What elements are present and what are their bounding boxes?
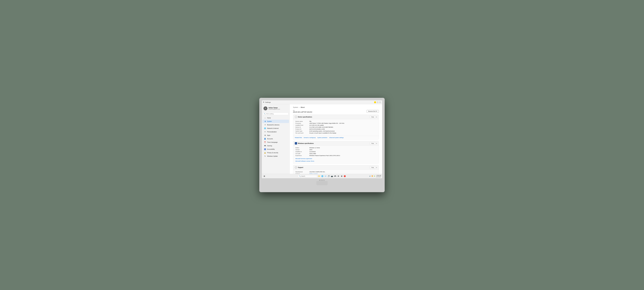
taskbar-left: ⊞ [263,175,266,178]
sidebar-item-accessibility[interactable]: ♿ Accessibility [262,148,289,151]
user-info: Adrian Tamps adriantino@yahoo.com [268,107,288,110]
sidebar-item-time[interactable]: ⏰ Time & language [262,141,289,144]
taskbar-search[interactable]: 🔍 Search [298,175,318,177]
windows-specs-copy-button[interactable]: Copy [370,142,375,144]
device-specs-copy-button[interactable]: Copy [370,116,375,118]
taskbar-wifi-icon[interactable]: 📶 [372,176,373,177]
windows-specs-card: ⊞ Windows specifications Copy ∧ Edition [293,141,379,164]
spec-label: Device ID [296,126,309,128]
spec-row: System type 64-bit operating system, x64… [296,130,376,132]
monitor-stand [316,181,328,185]
spec-label: Product ID [296,128,309,130]
sidebar-item-system[interactable]: 🖥 System [262,120,289,123]
spec-label: Edition [296,147,309,148]
sidebar-item-windows-update[interactable]: ↻ Windows Update [262,154,289,158]
spec-value: 64-bit operating system, x64-based proce… [309,130,376,132]
windows-specs-icon: ⊞ [295,142,297,144]
spec-row: Device ID CA17282-A475-458E-AC20-086F7BE… [296,126,376,128]
taskbar-music-icon[interactable]: 🎵 [328,175,330,178]
sidebar-item-accounts[interactable]: 👤 Accounts [262,137,289,140]
sidebar-item-label-apps: Apps [267,135,270,136]
spec-value: CA17282-A475-458E-AC20-086F7BE0981 [309,126,376,128]
support-chevron[interactable]: ∧ [376,167,377,168]
taskbar-red-icon[interactable]: 🔴 [344,175,346,178]
clock-date: 12/4/2024 [376,176,381,177]
spec-row: Manufacturer ASUSTeK COMPUTER INC. [296,171,376,173]
sidebar-nav: ⌂ Home 🖥 System ✦ Bluetooth & devices [262,116,290,158]
sidebar-item-label-system: System [267,121,272,122]
sidebar-item-privacy[interactable]: 🔒 Privacy & security [262,151,289,154]
taskbar-settings-icon[interactable]: ⚙ [337,175,340,178]
spec-row: Pen and touch No pen or touch input is a… [296,132,376,134]
sidebar-item-bluetooth[interactable]: ✦ Bluetooth & devices [262,123,289,126]
title-bar-controls[interactable] [374,101,381,103]
sidebar-item-label-time: Time & language [267,142,278,143]
breadcrumb-parent: System [293,106,298,108]
spec-row: Product ID 00376-30736-80486-AA559 [296,128,376,130]
spec-label: Pen and touch [296,132,309,134]
spec-row: Experience Windows Feature Experience Pa… [296,155,376,156]
taskbar-mail-icon[interactable]: 📧 [324,175,327,178]
sidebar-item-label-privacy: Privacy & security [267,152,278,153]
breadcrumb-separator: › [299,106,300,108]
maximize-button[interactable] [376,101,378,103]
taskbar-games-icon[interactable]: 🎮 [334,175,336,178]
monitor-screen: ⚙ Settings A [262,100,382,178]
sidebar-item-gaming[interactable]: 🎮 Gaming [262,144,289,147]
spec-value: Windows Feature Experience Pack 1000.227… [309,155,376,156]
breadcrumb-current: About [300,106,304,108]
time-date[interactable]: 2:50 AM 12/4/2024 [376,175,381,177]
spec-row: Device name Flip [296,121,376,122]
window-title: Settings [265,101,271,103]
minimize-button[interactable] [374,101,376,103]
spec-value: 11/14/2023 [309,151,376,152]
taskbar-explorer-icon[interactable]: 📁 [318,175,320,178]
sidebar-item-label-accessibility: Accessibility [267,148,275,150]
search-input[interactable] [266,113,288,114]
device-specs-chevron[interactable]: ∧ [376,116,377,118]
support-copy-button[interactable]: Copy [370,166,375,169]
windows-specs-title: Windows specifications [298,143,314,144]
rename-pc-button[interactable]: Rename this PC [366,110,379,113]
sidebar-item-network[interactable]: 🌐 Network & internet [262,127,289,130]
user-email: adriantino@yahoo.com [268,109,288,110]
taskbar-display-icon[interactable]: 🖥 [340,175,343,178]
device-specs-header: i Device specifications Copy ∧ [293,115,379,119]
ms-license-terms-link[interactable]: Microsoft Software License Terms [296,160,314,162]
spec-value: Flip [309,121,376,122]
sidebar-item-label-accounts: Accounts [267,138,273,140]
start-icon: ⊞ [264,175,265,177]
sidebar-item-home[interactable]: ⌂ Home [262,116,289,120]
taskbar-search-icon: 🔍 [299,176,301,177]
windows-container: ⚙ Settings A [262,100,382,178]
domain-workgroup-link[interactable]: Domain or workgroup [304,137,316,138]
sidebar-item-personalization[interactable]: ✏ Personalization [262,130,289,133]
taskbar-search-label: Search [301,176,305,177]
taskbar-edge-icon[interactable]: 🌐 [321,175,324,178]
support-header-left: ? Support [295,166,303,169]
time-icon: ⏰ [264,141,266,143]
system-protection-link[interactable]: System protection [318,137,328,138]
spec-label: Processor [296,123,309,124]
windows-specs-header-left: ⊞ Windows specifications [295,142,314,144]
title-bar-left: ⚙ Settings [263,101,271,103]
search-bar[interactable]: 🔍 [263,113,288,115]
windows-specs-header: ⊞ Windows specifications Copy ∧ [293,141,379,146]
ms-services-agreement-link[interactable]: Microsoft Services Agreement [296,158,312,159]
taskbar-camera-icon[interactable]: 📷 [331,175,334,178]
gaming-icon: 🎮 [264,145,266,147]
bluetooth-icon: ✦ [264,124,266,126]
taskbar-volume-icon[interactable]: 🔊 [369,176,371,177]
sidebar-item-apps[interactable]: ⊞ Apps [262,134,289,137]
spec-label: OS build [296,153,309,154]
spec-row: Processor AMD Ryzen 7 5700U with Radeon … [296,123,376,124]
taskbar-start-button[interactable]: ⊞ [263,175,266,178]
sidebar-item-label-gaming: Gaming [267,145,272,147]
spec-value: No pen or touch input is available for t… [309,132,376,134]
advanced-system-link[interactable]: Advanced system settings [329,137,344,138]
windows-specs-chevron[interactable]: ∧ [376,143,377,144]
privacy-icon: 🔒 [264,152,266,154]
close-button[interactable] [379,101,381,103]
taskbar-battery-icon[interactable]: 🔋 [374,176,375,177]
search-icon: 🔍 [264,113,266,114]
